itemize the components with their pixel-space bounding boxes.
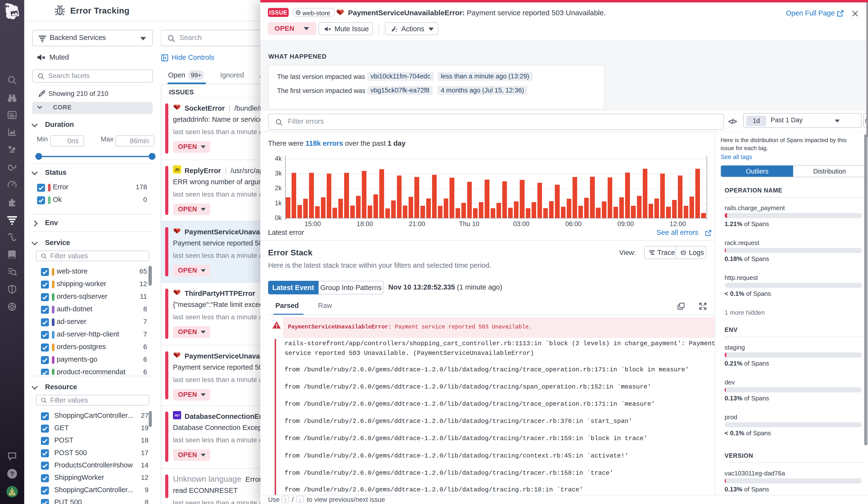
- svg-text:JS: JS: [175, 168, 179, 172]
- svg-text:.NET: .NET: [174, 414, 180, 417]
- svg-text:?: ?: [10, 470, 14, 477]
